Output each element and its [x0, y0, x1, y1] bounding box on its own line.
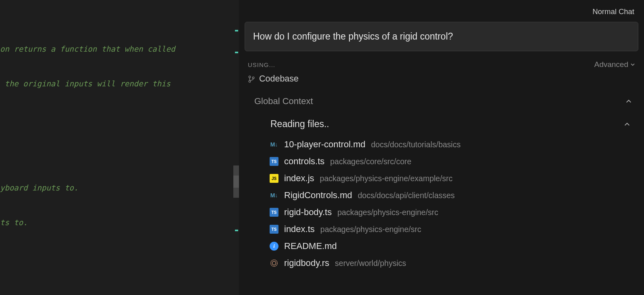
chevron-down-icon [630, 62, 635, 67]
minimap[interactable] [234, 0, 239, 295]
code-line: ts to. [0, 217, 239, 228]
file-name: 10-player-control.md [284, 139, 366, 150]
chat-input[interactable] [253, 31, 630, 42]
chat-mode-label[interactable]: Normal Chat [592, 7, 634, 16]
svg-point-3 [271, 260, 278, 267]
code-line [0, 147, 239, 159]
advanced-button[interactable]: Advanced [594, 60, 635, 69]
codebase-label: Codebase [259, 74, 299, 84]
global-context-label: Global Context [254, 96, 313, 107]
svg-point-1 [249, 80, 251, 82]
global-context-row[interactable]: Global Context [245, 92, 638, 116]
file-path: packages/physics-engine/example/src [320, 174, 453, 183]
scrollbar-thumb[interactable] [233, 176, 239, 188]
code-line [0, 113, 239, 124]
file-list: M↓ 10-player-control.md docs/docs/tutori… [245, 137, 638, 268]
advanced-label: Advanced [594, 60, 628, 69]
markdown-icon: M↓ [270, 140, 278, 149]
typescript-icon: TS [270, 157, 278, 166]
code-line [0, 251, 239, 263]
file-row[interactable]: M↓ RigidControls.md docs/docs/api/client… [270, 190, 638, 201]
typescript-icon: TS [270, 225, 278, 234]
chevron-up-icon [624, 121, 630, 128]
file-path: docs/docs/tutorials/basics [371, 140, 461, 149]
file-path: server/world/physics [335, 259, 406, 268]
file-name: index.js [284, 173, 314, 184]
file-row[interactable]: TS controls.ts packages/core/src/core [270, 156, 638, 167]
code-line: on returns a function that when called [0, 43, 239, 55]
minimap-mark [235, 230, 238, 231]
file-name: RigidControls.md [284, 190, 352, 201]
file-row[interactable]: rigidbody.rs server/world/physics [270, 258, 638, 268]
file-row[interactable]: M↓ 10-player-control.md docs/docs/tutori… [270, 139, 638, 150]
minimap-mark [235, 52, 238, 53]
editor-pane: on returns a function that when called t… [0, 0, 239, 295]
file-row[interactable]: i README.md [270, 241, 638, 251]
svg-point-4 [272, 261, 276, 265]
javascript-icon: JS [270, 174, 278, 183]
using-row: USING... Advanced [245, 59, 638, 73]
file-name: rigid-body.ts [284, 207, 332, 218]
code-line: the original inputs will render this [0, 78, 239, 90]
markdown-icon: M↓ [270, 191, 278, 200]
chevron-up-icon [625, 98, 632, 105]
git-branch-icon [248, 75, 255, 83]
svg-point-0 [249, 76, 251, 78]
file-path: packages/core/src/core [330, 157, 411, 166]
code-area[interactable]: on returns a function that when called t… [0, 0, 239, 295]
code-line [0, 286, 239, 295]
file-path: packages/physics-engine/src [320, 225, 421, 234]
chat-pane: Normal Chat USING... Advanced Codebase G… [239, 0, 644, 295]
file-name: README.md [284, 241, 337, 251]
file-name: controls.ts [284, 156, 324, 167]
file-row[interactable]: TS rigid-body.ts packages/physics-engine… [270, 207, 638, 218]
minimap-mark [235, 30, 238, 31]
reading-files-label: Reading files.. [270, 119, 329, 130]
rust-icon [270, 259, 278, 268]
file-name: index.ts [284, 224, 315, 234]
file-path: docs/docs/api/client/classes [358, 191, 455, 200]
info-icon: i [270, 242, 278, 251]
reading-files-row[interactable]: Reading files.. [245, 116, 638, 137]
svg-point-2 [252, 77, 254, 79]
file-row[interactable]: TS index.ts packages/physics-engine/src [270, 224, 638, 234]
chat-header: Normal Chat [245, 0, 638, 19]
file-path: packages/physics-engine/src [337, 208, 438, 217]
file-name: rigidbody.rs [284, 258, 329, 268]
chat-input-container[interactable] [245, 22, 638, 51]
editor-scrollbar[interactable] [233, 165, 239, 198]
codebase-source-row[interactable]: Codebase [245, 73, 638, 92]
typescript-icon: TS [270, 208, 278, 217]
using-label: USING... [248, 61, 275, 68]
code-line: yboard inputs to. [0, 182, 239, 194]
file-row[interactable]: JS index.js packages/physics-engine/exam… [270, 173, 638, 184]
